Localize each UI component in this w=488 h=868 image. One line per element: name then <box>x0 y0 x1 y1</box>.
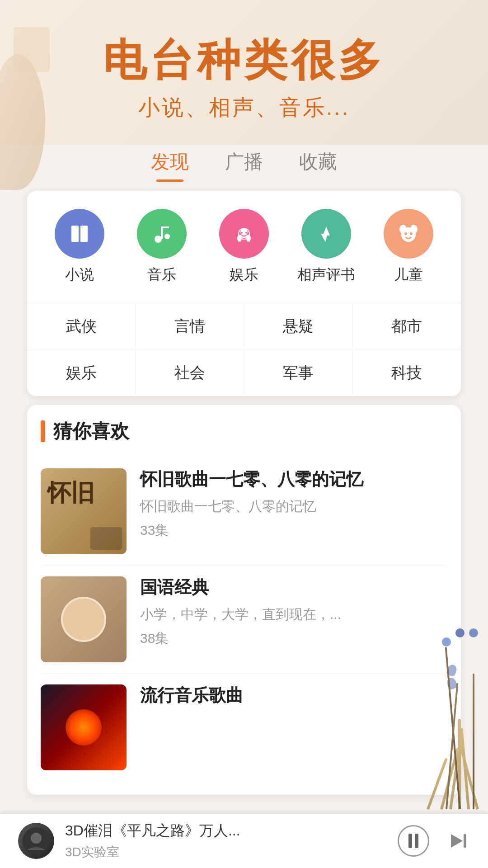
player-subtitle: 3D实验室 <box>65 844 398 861</box>
genre-social[interactable]: 社会 <box>136 350 244 396</box>
title-bar-accent <box>41 420 45 442</box>
svg-point-11 <box>245 232 247 234</box>
category-children[interactable]: 儿童 <box>370 209 447 285</box>
program-title-mandarin: 国语经典 <box>140 576 447 599</box>
action-sparks <box>66 709 102 745</box>
recommend-section: 猜你喜欢 怀旧 怀旧歌曲一七零、八零的记忆 怀旧歌曲一七零、八零的记忆 33集 … <box>27 405 461 795</box>
program-item-mandarin[interactable]: 国语经典 小学，中学，大学，直到现在，... 38集 <box>41 566 447 674</box>
svg-point-2 <box>155 236 162 243</box>
category-music-label: 音乐 <box>147 265 176 285</box>
category-ent-label: 娱乐 <box>230 265 258 285</box>
svg-point-15 <box>404 232 407 235</box>
category-row: 小说 音乐 <box>27 191 461 303</box>
program-title-retro: 怀旧歌曲一七零、八零的记忆 <box>140 468 447 491</box>
program-title-pop: 流行音乐歌曲 <box>140 684 447 707</box>
portrait-face <box>61 597 106 642</box>
genre-tech[interactable]: 科技 <box>352 350 461 396</box>
svg-marker-19 <box>451 834 463 848</box>
program-item-pop[interactable]: 流行音乐歌曲 <box>41 674 447 781</box>
novel-icon <box>55 209 104 259</box>
genre-urban[interactable]: 都市 <box>352 303 461 350</box>
category-novel-label: 小说 <box>65 265 94 285</box>
pause-bar-right <box>415 834 418 848</box>
main-card: 小说 音乐 <box>27 191 461 396</box>
hero-title: 电台种类很多 <box>18 36 470 84</box>
svg-point-16 <box>410 232 413 235</box>
player-bar: 3D催泪《平凡之路》万人... 3D实验室 <box>0 814 488 868</box>
svg-rect-5 <box>161 226 169 228</box>
program-desc-mandarin: 小学，中学，大学，直到现在，... <box>140 605 447 624</box>
player-avatar[interactable] <box>18 823 54 859</box>
category-novel[interactable]: 小说 <box>41 209 118 285</box>
category-crosstalk-label: 相声评书 <box>297 265 355 285</box>
recommend-title-text: 猜你喜欢 <box>53 419 129 444</box>
thumb-retro-decoration <box>90 527 122 550</box>
thumb-retro-label: 怀旧 <box>47 477 94 509</box>
program-count-mandarin: 38集 <box>140 629 447 648</box>
svg-point-14 <box>410 225 418 234</box>
category-entertainment[interactable]: 娱乐 <box>205 209 283 285</box>
program-item-retro[interactable]: 怀旧 怀旧歌曲一七零、八零的记忆 怀旧歌曲一七零、八零的记忆 33集 <box>41 458 447 566</box>
flower-stem-1 <box>473 674 474 809</box>
category-music[interactable]: 音乐 <box>123 209 201 285</box>
category-children-label: 儿童 <box>394 265 423 285</box>
player-info: 3D催泪《平凡之路》万人... 3D实验室 <box>65 821 398 861</box>
player-controls <box>398 825 470 857</box>
program-thumb-retro: 怀旧 <box>41 468 127 554</box>
program-thumb-portrait <box>41 576 127 662</box>
music-icon <box>137 209 187 259</box>
program-info-pop: 流行音乐歌曲 <box>140 684 447 713</box>
genre-wuxia[interactable]: 武侠 <box>27 303 136 350</box>
svg-point-18 <box>31 833 42 844</box>
genre-romance[interactable]: 言情 <box>136 303 244 350</box>
flower-head-1 <box>469 628 478 637</box>
program-count-retro: 33集 <box>140 521 447 540</box>
pause-icon <box>408 834 418 848</box>
hero-subtitle: 小说、相声、音乐... <box>18 93 470 122</box>
next-button[interactable] <box>447 830 470 852</box>
genre-military[interactable]: 军事 <box>244 350 352 396</box>
program-thumb-action <box>41 684 127 770</box>
tab-discover[interactable]: 发现 <box>151 149 189 182</box>
crosstalk-icon <box>301 209 351 259</box>
svg-rect-0 <box>71 226 79 242</box>
grass-blade-2 <box>460 728 470 809</box>
program-info-mandarin: 国语经典 小学，中学，大学，直到现在，... 38集 <box>140 576 447 648</box>
svg-rect-4 <box>161 226 163 239</box>
pause-bar-left <box>408 834 412 848</box>
player-title: 3D催泪《平凡之路》万人... <box>65 821 398 841</box>
svg-rect-1 <box>80 226 88 242</box>
genre-mystery[interactable]: 悬疑 <box>244 303 352 350</box>
section-title: 猜你喜欢 <box>41 419 447 444</box>
program-desc-retro: 怀旧歌曲一七零、八零的记忆 <box>140 497 447 516</box>
svg-point-13 <box>399 225 407 234</box>
category-crosstalk[interactable]: 相声评书 <box>287 209 365 285</box>
tab-favorites[interactable]: 收藏 <box>299 149 337 182</box>
tab-bar: 发现 广播 收藏 <box>0 136 488 182</box>
svg-point-10 <box>241 232 243 234</box>
children-icon <box>384 209 433 259</box>
svg-point-3 <box>164 234 170 239</box>
program-info-retro: 怀旧歌曲一七零、八零的记忆 怀旧歌曲一七零、八零的记忆 33集 <box>140 468 447 540</box>
pause-button[interactable] <box>398 825 429 857</box>
hero-section: 电台种类很多 小说、相声、音乐... <box>0 0 488 136</box>
svg-rect-20 <box>464 834 466 848</box>
genre-entertainment[interactable]: 娱乐 <box>27 350 136 396</box>
entertainment-icon <box>219 209 269 259</box>
genre-grid: 武侠 言情 悬疑 都市 娱乐 社会 军事 科技 <box>27 303 461 396</box>
tab-broadcast[interactable]: 广播 <box>225 149 263 182</box>
